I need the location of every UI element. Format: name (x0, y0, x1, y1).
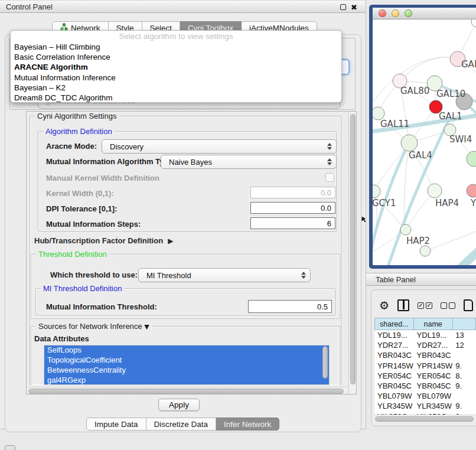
table-cell: YDR27... (374, 340, 414, 350)
which-threshold-label: Which threshold to use: (50, 270, 138, 279)
dropdown-prompt: Select algorithm to view settings (11, 31, 341, 42)
network-edge[interactable] (425, 230, 476, 251)
tab-label: Infer Network (224, 420, 271, 429)
sources-group-title[interactable]: Sources for Network Inference ▼ (36, 322, 152, 331)
algorithm-option[interactable]: Basic Correlation Inference (11, 52, 341, 62)
column-header[interactable]: name (414, 318, 453, 330)
mi-algorithm-type-label: Mutual Information Algorithm Type: (46, 157, 175, 166)
network-view-window[interactable]: GALGAL80GAL10GAL1GAL11SWI4GAL4GCY1HAP4YH… (369, 5, 476, 269)
settings-horizontal-scrollbar[interactable] (27, 387, 347, 394)
deselect-all-icon[interactable] (441, 302, 455, 309)
function-builder-icon[interactable] (464, 299, 473, 311)
close-window-icon[interactable] (379, 9, 386, 17)
table-row[interactable]: YBR045CYBR045C9. (374, 381, 476, 391)
algorithm-option[interactable]: Dream8 DC_TDC Algorithm (11, 93, 341, 103)
algorithm-option[interactable]: Mutual Information Inference (11, 73, 341, 83)
select-all-icon[interactable]: ✓✓ (418, 302, 432, 309)
table-row[interactable]: YBL079WYBL079W (374, 391, 476, 401)
apply-button[interactable]: Apply (158, 399, 200, 411)
table-cell: YBR045C (374, 381, 414, 391)
algorithm-option[interactable]: ARACNE Algorithm (11, 62, 341, 72)
table-cell: YBR043C (374, 350, 414, 360)
mi-threshold-field[interactable]: 0.5 (248, 300, 332, 313)
table-row[interactable]: YDR27...YDR27...12 (374, 340, 476, 350)
attribute-list-item[interactable]: TopologicalCoefficient (44, 356, 329, 366)
bottom-left-button[interactable] (5, 445, 15, 450)
attributes-list-scrollbar-thumb[interactable] (322, 346, 328, 379)
mouse-cursor (360, 216, 367, 224)
tab-impute-data[interactable]: Impute Data (86, 418, 146, 431)
gear-icon[interactable]: ⚙ (379, 300, 389, 311)
aracne-mode-combo[interactable]: Discovery (102, 139, 337, 154)
table-row[interactable]: YER054CYER054C8. (374, 371, 476, 381)
mi-steps-value: 6 (327, 219, 331, 228)
control-panel-titlebar: Control Panel ✖ (0, 0, 366, 13)
mi-threshold-value: 0.5 (317, 302, 328, 311)
node-label-gcy1: GCY1 (373, 198, 396, 208)
close-panel-icon[interactable]: ✖ (351, 4, 357, 11)
settings-vertical-scrollbar[interactable] (348, 112, 356, 393)
node-hap4[interactable] (428, 184, 442, 198)
node-label-gal11: GAL11 (380, 119, 409, 129)
network-canvas[interactable]: GALGAL80GAL10GAL1GAL11SWI4GAL4GCY1HAP4YH… (373, 19, 476, 265)
node-label-gal10: GAL10 (436, 89, 465, 99)
screen: Control Panel ✖ NetworkStyleSelectCyni T… (0, 0, 476, 450)
column-header[interactable]: shared... (374, 318, 414, 330)
network-edge[interactable] (400, 57, 458, 81)
table-horizontal-scrollbar[interactable] (374, 415, 476, 422)
tab-infer-network[interactable]: Infer Network (216, 418, 279, 431)
node-right-green[interactable] (467, 151, 476, 167)
control-panel-title: Control Panel (0, 2, 53, 11)
attribute-list-item[interactable]: SelfLoops (44, 345, 329, 356)
zoom-window-icon[interactable] (405, 9, 412, 17)
node-gal11[interactable] (373, 107, 384, 120)
node-label-swi4: SWI4 (449, 134, 472, 145)
mi-steps-field[interactable]: 6 (250, 217, 335, 229)
node-edge-top[interactable] (471, 19, 476, 27)
which-threshold-combo[interactable]: MI Threshold (138, 268, 311, 282)
algorithm-option[interactable]: Bayesian – Hill Climbing (11, 42, 341, 52)
attribute-list-item[interactable]: gal4RGexp (44, 376, 329, 385)
cyni-bottom-tabs: Impute DataDiscretize DataInfer Network (86, 418, 279, 431)
table-row[interactable]: YPR145WYPR145W9. (374, 361, 476, 371)
node-gcy1[interactable] (373, 185, 380, 198)
settings-vscroll-thumb[interactable] (350, 114, 356, 384)
data-attributes-list[interactable]: SelfLoopsTopologicalCoefficientBetweenne… (44, 345, 330, 385)
node-salmon-node[interactable] (467, 184, 476, 197)
table-hscroll-thumb[interactable] (375, 416, 474, 422)
settings-hscroll-thumb[interactable] (28, 389, 344, 394)
dpi-tolerance-label: DPI Tolerance [0,1]: (46, 204, 117, 213)
table-cell: YBL079W (414, 391, 453, 401)
network-edge-thick[interactable] (460, 245, 476, 265)
tab-discretize-data[interactable]: Discretize Data (146, 418, 217, 431)
minimize-window-icon[interactable] (392, 9, 399, 17)
table-cell (452, 350, 476, 360)
hub-definition-twisty[interactable]: Hub/Transcription Factor Definition▶ (34, 236, 173, 245)
node-gal4[interactable] (401, 135, 418, 151)
dpi-tolerance-field[interactable]: 0.0 (250, 202, 335, 214)
network-window-titlebar[interactable] (373, 8, 476, 19)
table-cell: YBR043C (414, 350, 453, 360)
table-row[interactable]: YLR345WYLR345W9. (374, 401, 476, 411)
expand-right-icon[interactable]: ▶ (168, 237, 173, 245)
algorithm-definition-title: Algorithm Definition (43, 127, 115, 136)
node-bottom-node[interactable] (420, 246, 431, 256)
table-cell: YDL19... (414, 330, 453, 340)
table-row[interactable]: YDL19...YDL19...13 (374, 330, 476, 340)
sources-title-text: Sources for Network Inference (38, 322, 142, 331)
mi-algorithm-type-combo[interactable]: Naive Bayes (161, 155, 337, 169)
aracne-mode-label: Aracne Mode: (46, 142, 97, 151)
dropdown-items: Bayesian – Hill ClimbingBasic Correlatio… (11, 42, 341, 103)
table-row[interactable]: YBR043CYBR043C (374, 350, 476, 360)
cyni-algorithm-settings-title: Cyni Algorithm Settings (35, 112, 119, 120)
node-hap2[interactable] (400, 224, 411, 235)
columns-icon[interactable] (397, 299, 409, 311)
algorithm-option[interactable]: Bayesian – K2 (11, 83, 341, 93)
column-header[interactable] (453, 318, 476, 330)
attribute-list-item[interactable]: BetweennessCentrality (44, 366, 329, 376)
table-cell: YER054C (374, 371, 414, 381)
table-cell: 8. (452, 371, 476, 381)
float-window-icon[interactable] (340, 4, 346, 10)
mi-algorithm-type-value: Naive Bayes (169, 158, 212, 167)
collapse-down-icon[interactable]: ▼ (144, 323, 149, 331)
